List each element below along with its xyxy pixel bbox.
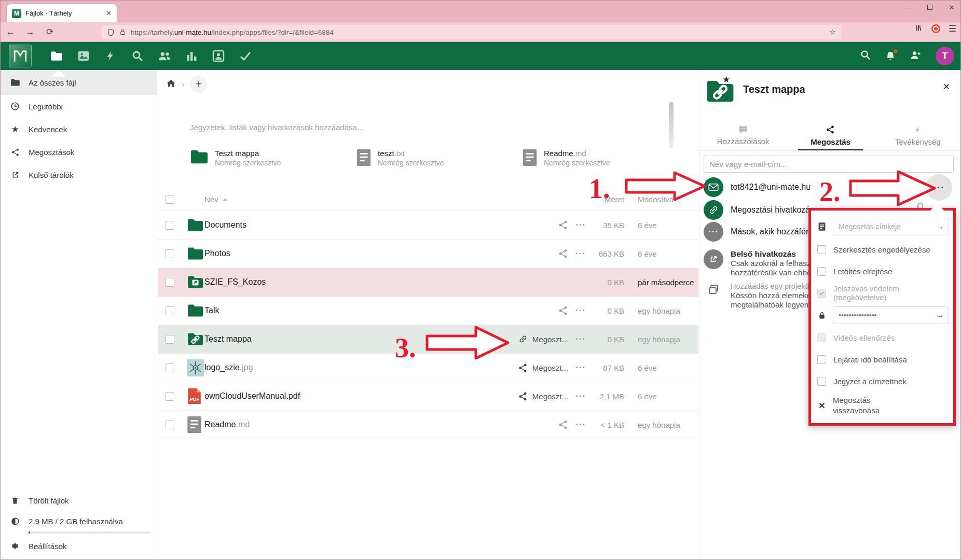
unified-search-icon[interactable] (860, 49, 871, 63)
bookmark-star-icon[interactable]: ☆ (829, 27, 836, 37)
contacts-menu-icon[interactable] (910, 49, 922, 63)
row-checkbox[interactable] (166, 221, 174, 230)
share-icon[interactable] (558, 220, 568, 230)
user-avatar[interactable]: T (936, 47, 954, 65)
recommended-file[interactable]: Readme.mdNemrég szerkesztve (522, 149, 688, 167)
table-row-talk[interactable]: Talk ··· 0 KB egy hónapja (158, 297, 698, 325)
row-checkbox[interactable] (166, 249, 174, 258)
contacts-app-icon[interactable] (151, 42, 178, 70)
share-icon[interactable] (558, 419, 568, 430)
browser-tab[interactable]: M Fájlok - Tárhely ✕ (7, 4, 117, 22)
table-row-readme[interactable]: Readme.md ··· < 1 KB egy hónapja (158, 411, 698, 439)
table-row-owncloud-manual[interactable]: PDF ownCloudUserManual.pdf Megoszt... ··… (158, 382, 698, 411)
tab-close-icon[interactable]: ✕ (106, 9, 112, 17)
column-header-name[interactable]: Név (204, 195, 490, 204)
main-scrollbar[interactable] (669, 102, 674, 148)
lock-icon[interactable] (119, 29, 126, 36)
column-header-size[interactable]: Méret (593, 195, 624, 204)
shared-status-button[interactable]: Megoszt... (490, 391, 568, 401)
more-options-button[interactable]: ··· (568, 334, 593, 344)
more-options-button[interactable]: ··· (568, 305, 593, 316)
menu-item-allow-editing[interactable]: Szerkesztés engedélyezése (816, 239, 948, 260)
more-options-button[interactable]: ··· (568, 220, 593, 230)
sidebar-item-recent[interactable]: Legutóbbi (1, 95, 157, 118)
share-row-link[interactable]: Megosztási hivatkozás (704, 200, 814, 220)
tab-sharing[interactable]: Megosztás (787, 121, 874, 150)
table-row-documents[interactable]: Documents ··· 35 KB 6 éve (158, 211, 698, 240)
row-checkbox[interactable] (166, 363, 174, 372)
reload-button[interactable]: ⟳ (40, 26, 60, 37)
add-to-project-section[interactable]: Hozzáadás egy projekthez Kössön hozzá el… (704, 282, 819, 310)
contact-frame-app-icon[interactable] (205, 42, 232, 70)
share-label-input[interactable] (838, 222, 933, 231)
share-icon[interactable] (558, 305, 568, 316)
shared-status-button[interactable]: Megoszt... (490, 363, 568, 373)
search-app-icon[interactable] (124, 42, 151, 70)
table-row-szie-fs-kozos[interactable]: SZIE_FS_Kozos 0 KB pár másodperce (158, 268, 698, 297)
tab-activity[interactable]: Tevékenység (874, 121, 961, 150)
mate-logo[interactable] (9, 45, 32, 67)
favorite-star-icon[interactable]: ★ (722, 74, 730, 85)
submit-arrow-icon[interactable]: → (936, 221, 944, 232)
internal-link-section[interactable]: Belső hivatkozás Csak azoknál a felhaszn… (704, 249, 819, 277)
more-options-button[interactable]: ··· (568, 419, 593, 430)
table-row-logo-szie[interactable]: logo_szie.jpg Megoszt... ··· 87 KB 6 éve (158, 354, 698, 382)
home-icon[interactable] (166, 78, 176, 91)
more-options-button[interactable]: ··· (568, 362, 593, 373)
activity-app-icon[interactable] (97, 42, 124, 70)
tab-comments[interactable]: Hozzászólások (699, 121, 787, 150)
url-bar[interactable]: https://tarhely.uni-mate.hu/index.php/ap… (102, 25, 841, 39)
notifications-bell-icon[interactable] (885, 50, 896, 62)
files-app-icon[interactable] (43, 42, 70, 70)
recommended-file[interactable]: teszt.txtNemrég szerkesztve (356, 149, 522, 167)
notes-placeholder[interactable]: Jegyzetek, listák vagy hivatkozások hozz… (190, 123, 363, 132)
share-row-others[interactable]: ··· Mások, akik hozzáféréss (704, 222, 821, 242)
close-icon[interactable]: ✕ (943, 81, 950, 92)
table-row-teszt-mappa[interactable]: Teszt mappa Megoszt... ··· 0 KB egy hóna… (158, 325, 698, 354)
menu-item-note-to-recipient[interactable]: Jegyzet a címzettnek (816, 370, 948, 392)
analytics-app-icon[interactable] (178, 42, 205, 70)
more-options-button[interactable]: ··· (568, 248, 593, 259)
window-minimize-button[interactable]: — (904, 4, 912, 11)
menu-hamburger-icon[interactable]: ☰ (949, 23, 956, 34)
menu-item-unshare[interactable]: ✕ Megosztás visszavonása (816, 392, 948, 419)
share-search-input[interactable] (704, 156, 954, 173)
tasks-app-icon[interactable] (232, 42, 259, 70)
shield-icon[interactable] (107, 29, 115, 36)
more-options-button[interactable]: ··· (568, 391, 593, 401)
row-checkbox[interactable] (166, 306, 174, 315)
window-maximize-button[interactable] (926, 4, 933, 11)
recommended-file[interactable]: Teszt mappaNemrég szerkesztve (190, 149, 356, 167)
checkbox-unchecked[interactable] (817, 355, 826, 364)
row-checkbox[interactable] (166, 335, 174, 344)
row-checkbox[interactable] (166, 421, 174, 429)
extension-icon[interactable] (931, 24, 940, 33)
share-password-input[interactable] (838, 311, 933, 320)
photos-app-icon[interactable] (70, 42, 97, 70)
share-more-options-button[interactable]: ··· (926, 174, 952, 201)
shared-status-button[interactable]: Megoszt... (490, 334, 568, 344)
forward-button[interactable]: → (20, 27, 40, 37)
checkbox-unchecked[interactable] (817, 377, 826, 386)
sidebar-item-external-storage[interactable]: Külső tárolók (1, 163, 157, 186)
column-header-modified[interactable]: Módosítva (624, 195, 698, 204)
menu-item-expiration-date[interactable]: Lejárati idő beállítása (816, 348, 948, 370)
row-checkbox[interactable] (166, 392, 174, 401)
select-all-checkbox[interactable] (166, 195, 174, 204)
sidebar-item-settings[interactable]: Beállítások (1, 537, 66, 555)
back-button[interactable]: ← (1, 27, 20, 37)
checkbox-unchecked[interactable] (817, 245, 826, 254)
share-row-email[interactable]: tot8421@uni-mate.hu (704, 177, 811, 197)
sidebar-item-deleted-files[interactable]: Törölt fájlok (1, 491, 69, 510)
table-row-photos[interactable]: Photos ··· 663 KB 6 éve (158, 240, 698, 268)
row-checkbox[interactable] (166, 278, 174, 287)
sidebar-item-shares[interactable]: Megosztások (1, 141, 157, 163)
sidebar-item-all-files[interactable]: Az összes fájl (1, 70, 157, 95)
checkbox-unchecked[interactable] (817, 267, 826, 276)
menu-item-hide-download[interactable]: Letöltés elrejtése (816, 260, 948, 282)
sidebar-item-favorites[interactable]: ★ Kedvencek (1, 118, 157, 141)
share-icon[interactable] (558, 248, 568, 259)
submit-arrow-icon[interactable]: → (936, 310, 944, 320)
window-close-button[interactable]: ✕ (948, 4, 955, 11)
library-icon[interactable] (915, 24, 923, 34)
